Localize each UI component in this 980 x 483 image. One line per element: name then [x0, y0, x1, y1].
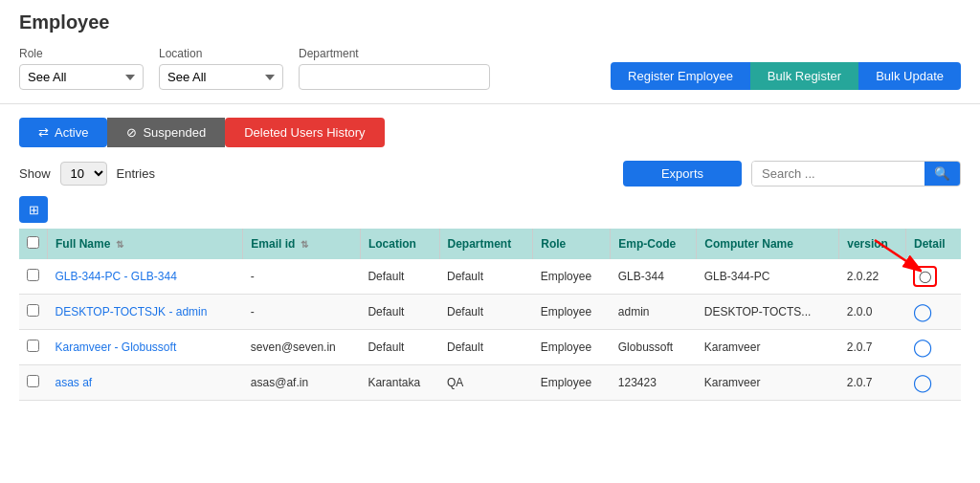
cell-empcode: 123423 [611, 365, 697, 401]
exports-button[interactable]: Exports [623, 161, 742, 187]
page-wrapper: Employee Role See All Location See All D… [0, 0, 980, 483]
cell-department: QA [439, 365, 533, 401]
page-title: Employee [19, 11, 961, 33]
row-checkbox[interactable] [27, 340, 39, 352]
col-detail: Detail [905, 229, 961, 259]
col-computername: Computer Name [697, 229, 839, 259]
role-label: Role [19, 47, 144, 60]
cell-department: Default [439, 295, 533, 330]
active-tab-icon: ⇄ [38, 125, 49, 140]
department-filter-group: Department [299, 47, 490, 90]
cell-fullname: GLB-344-PC - GLB-344 [48, 259, 243, 295]
row-checkbox-cell [19, 330, 48, 365]
entries-select[interactable]: 10 25 50 [60, 162, 107, 186]
cell-version: 2.0.0 [839, 295, 906, 330]
cell-email: asas@af.in [243, 365, 361, 401]
suspended-tab-label: Suspended [143, 125, 206, 140]
table-row: asas af asas@af.in Karantaka QA Employee… [19, 365, 961, 401]
detail-highlighted: ◯ [913, 266, 937, 287]
main-section: ⇄ Active ⊘ Suspended Deleted Users Histo… [0, 104, 980, 414]
cell-department: Default [439, 330, 533, 365]
col-empcode: Emp-Code [611, 229, 697, 259]
col-email: Email id ⇅ [243, 229, 361, 259]
cell-role: Employee [533, 295, 611, 330]
select-all-header [19, 229, 48, 259]
cell-location: Default [360, 295, 439, 330]
cell-department: Default [439, 259, 533, 295]
search-button[interactable]: 🔍 [924, 162, 960, 186]
location-select[interactable]: See All [159, 64, 283, 90]
fullname-link[interactable]: DESKTOP-TOCTSJK - admin [56, 305, 208, 318]
detail-icon[interactable]: ◯ [913, 373, 932, 392]
cell-role: Employee [533, 259, 611, 295]
col-role: Role [533, 229, 611, 259]
sort-icon-fullname: ⇅ [116, 239, 123, 250]
cell-empcode: Globussoft [611, 330, 697, 365]
row-checkbox[interactable] [27, 304, 39, 317]
cell-fullname: asas af [48, 365, 243, 401]
cell-detail: ◯ [905, 330, 961, 365]
department-input[interactable] [299, 64, 490, 90]
bulk-update-button[interactable]: Bulk Update [858, 62, 961, 90]
role-select[interactable]: See All [19, 64, 144, 90]
table-row: GLB-344-PC - GLB-344 - Default Default E… [19, 259, 961, 295]
cell-version: 2.0.7 [839, 365, 906, 401]
cell-empcode: GLB-344 [611, 259, 697, 295]
cell-fullname: DESKTOP-TOCTSJK - admin [48, 295, 243, 330]
fullname-link[interactable]: Karamveer - Globussoft [56, 340, 177, 354]
search-icon: 🔍 [934, 166, 950, 181]
select-all-checkbox[interactable] [27, 236, 39, 249]
suspended-tab-icon: ⊘ [126, 125, 137, 140]
col-version: version [839, 229, 906, 259]
active-tab-label: Active [55, 125, 88, 140]
fullname-link[interactable]: asas af [56, 376, 93, 389]
cell-fullname: Karamveer - Globussoft [48, 330, 243, 365]
detail-icon[interactable]: ◯ [913, 338, 932, 357]
cell-computername: DESKTOP-TOCTS... [697, 295, 839, 330]
columns-toggle-button[interactable]: ⊞ [19, 196, 48, 223]
cell-computername: Karamveer [697, 330, 839, 365]
location-label: Location [159, 47, 283, 60]
action-buttons: Register Employee Bulk Register Bulk Upd… [611, 62, 961, 90]
tab-row: ⇄ Active ⊘ Suspended Deleted Users Histo… [19, 118, 961, 147]
row-checkbox-cell [19, 259, 48, 295]
row-checkbox[interactable] [27, 375, 39, 387]
cell-role: Employee [533, 330, 611, 365]
search-wrapper: 🔍 [751, 161, 961, 187]
cell-email: - [243, 295, 361, 330]
cell-location: Default [360, 330, 439, 365]
col-fullname: Full Name ⇅ [48, 229, 243, 259]
fullname-link[interactable]: GLB-344-PC - GLB-344 [56, 270, 177, 283]
search-input[interactable] [752, 162, 924, 186]
col-department: Department [439, 229, 533, 259]
detail-icon[interactable]: ◯ [913, 302, 932, 321]
cell-detail: ◯ [905, 259, 961, 295]
cell-computername: Karamveer [697, 365, 839, 401]
cell-email: - [243, 259, 361, 295]
table-header-row: Full Name ⇅ Email id ⇅ Location Departme… [19, 229, 961, 259]
table-row: Karamveer - Globussoft seven@seven.in De… [19, 330, 961, 365]
top-section: Employee Role See All Location See All D… [0, 0, 980, 104]
row-checkbox-cell [19, 365, 48, 401]
tab-suspended[interactable]: ⊘ Suspended [107, 118, 225, 147]
tab-active[interactable]: ⇄ Active [19, 118, 107, 147]
table-row: DESKTOP-TOCTSJK - admin - Default Defaul… [19, 295, 961, 330]
bulk-register-button[interactable]: Bulk Register [750, 62, 858, 90]
register-employee-button[interactable]: Register Employee [611, 62, 750, 90]
col-location: Location [360, 229, 439, 259]
entries-label: Entries [117, 166, 155, 181]
cell-computername: GLB-344-PC [697, 259, 839, 295]
show-label: Show [19, 166, 51, 181]
cell-role: Employee [533, 365, 611, 401]
employees-table: Full Name ⇅ Email id ⇅ Location Departme… [19, 229, 961, 401]
cell-location: Karantaka [360, 365, 439, 401]
table-body: GLB-344-PC - GLB-344 - Default Default E… [19, 259, 961, 401]
filter-row: Role See All Location See All Department… [19, 47, 961, 90]
cell-version: 2.0.7 [839, 330, 906, 365]
tab-deleted-history[interactable]: Deleted Users History [225, 118, 384, 147]
sort-icon-email: ⇅ [301, 239, 308, 250]
row-checkbox[interactable] [27, 269, 39, 281]
department-label: Department [299, 47, 490, 60]
row-checkbox-cell [19, 295, 48, 330]
cell-empcode: admin [611, 295, 697, 330]
